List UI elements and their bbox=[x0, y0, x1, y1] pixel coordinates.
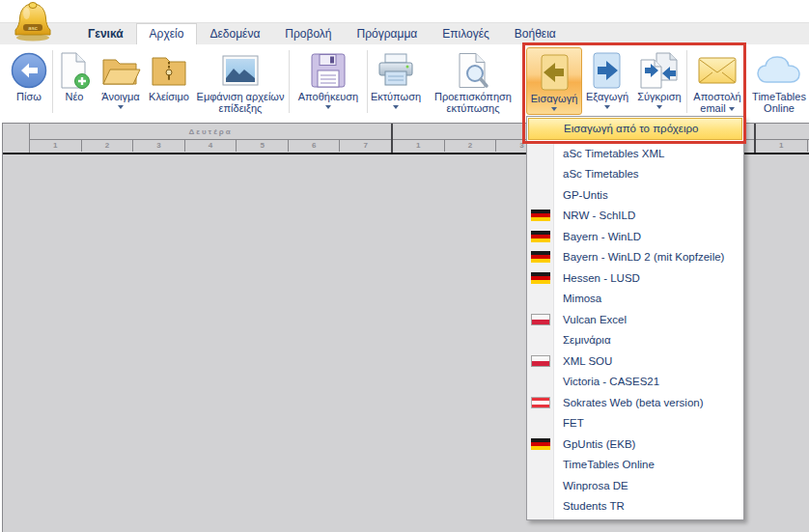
import-button[interactable]: Εισαγωγή bbox=[526, 47, 582, 115]
save-label: Αποθήκευση bbox=[298, 91, 358, 102]
menu-item[interactable]: Mimosa bbox=[527, 289, 743, 310]
new-button[interactable]: Νέο bbox=[53, 44, 96, 123]
export-arrow-icon bbox=[590, 50, 625, 91]
back-label: Πίσω bbox=[16, 91, 42, 102]
picture-icon bbox=[222, 50, 259, 91]
page-magnifier-icon bbox=[456, 50, 490, 91]
dropdown-arrow-icon bbox=[729, 107, 735, 111]
germany-flag-icon bbox=[531, 272, 550, 284]
import-menu: Εισαγωγή από το πρόχειρο aSc Timetables … bbox=[526, 116, 744, 520]
menu-item[interactable]: Bayern - WinLD bbox=[527, 226, 743, 247]
menu-item[interactable]: XML SOU bbox=[527, 350, 743, 372]
print-preview-label2: εκτύπωσης bbox=[447, 102, 500, 114]
period-header-cell: 2 bbox=[445, 140, 497, 152]
period-header-cell: 6 bbox=[289, 140, 341, 152]
import-menu-items: aSc Timetables XMLaSc TimetablesGP-Untis… bbox=[527, 143, 743, 517]
export-label: Εξαγωγή bbox=[586, 91, 628, 102]
menu-item[interactable]: aSc Timetables XML bbox=[527, 143, 743, 164]
dropdown-arrow-icon bbox=[656, 105, 662, 109]
tab-options[interactable]: Επιλογές bbox=[430, 23, 502, 44]
open-button[interactable]: Άνοιγμα bbox=[96, 44, 146, 123]
menu-item[interactable]: Sokrates Web (beta version) bbox=[527, 392, 743, 413]
back-button[interactable]: Πίσω bbox=[6, 44, 52, 123]
grid-corner-cell bbox=[3, 124, 30, 153]
menu-item[interactable]: Students TR bbox=[527, 496, 743, 518]
germany-flag-icon bbox=[531, 231, 550, 242]
day-label: Δευτέρα bbox=[30, 124, 391, 140]
germany-flag-icon bbox=[531, 438, 550, 450]
menu-item-label: aSc Timetables bbox=[527, 168, 639, 180]
back-icon bbox=[10, 50, 48, 91]
compare-button[interactable]: Σύγκριση bbox=[632, 44, 686, 123]
import-label: Εισαγωγή bbox=[531, 93, 578, 104]
print-button[interactable]: Εκτύπωση bbox=[368, 44, 424, 123]
menu-item-label: Σεμινάρια bbox=[527, 334, 611, 346]
show-demo-files-label: Εμφάνιση αρχείων bbox=[197, 91, 285, 102]
new-document-icon bbox=[57, 50, 92, 91]
menu-item[interactable]: GP-Untis bbox=[527, 184, 743, 206]
menu-item[interactable]: Hessen - LUSD bbox=[527, 267, 743, 289]
period-header-cell: 2 bbox=[82, 140, 134, 152]
dropdown-arrow-icon bbox=[393, 105, 399, 109]
menu-item-import-from-clipboard[interactable]: Εισαγωγή από το πρόχειρο bbox=[528, 118, 742, 140]
menu-item-label: TimeTables Online bbox=[527, 459, 655, 470]
dropdown-arrow-icon bbox=[118, 105, 124, 109]
menu-item-label: Bayern - WinLD 2 (mit Kopfzeile) bbox=[527, 251, 724, 263]
show-demo-files-button[interactable]: Εμφάνιση αρχείων επίδειξης bbox=[192, 44, 289, 123]
period-header-cell: 1 bbox=[30, 140, 82, 152]
dropdown-arrow-icon bbox=[325, 105, 331, 109]
poland-flag-icon bbox=[531, 314, 550, 325]
open-label: Άνοιγμα bbox=[101, 91, 139, 102]
austria-flag-icon bbox=[531, 397, 550, 408]
close-label: Κλείσιμο bbox=[149, 91, 189, 102]
tab-general[interactable]: Γενικά bbox=[75, 23, 136, 44]
timetables-online-button[interactable]: TimeTables Online bbox=[751, 44, 807, 123]
menu-item[interactable]: Σεμινάρια bbox=[527, 330, 743, 351]
menu-item-label: Students TR bbox=[527, 500, 625, 512]
save-button[interactable]: Αποθήκευση bbox=[290, 44, 367, 123]
period-header-cell: 1 bbox=[756, 140, 808, 152]
poland-flag-icon bbox=[531, 355, 550, 367]
app-logo-bell-icon[interactable]: asc bbox=[12, 1, 54, 45]
tab-view[interactable]: Προβολή bbox=[272, 23, 344, 44]
menu-item[interactable]: Bayern - WinLD 2 (mit Kopfzeile) bbox=[527, 247, 743, 268]
menu-item-label: Victoria - CASES21 bbox=[527, 376, 659, 387]
menu-item[interactable]: aSc Timetables bbox=[527, 164, 743, 185]
svg-text:asc: asc bbox=[28, 25, 37, 31]
new-label: Νέο bbox=[66, 91, 84, 102]
tab-file[interactable]: Αρχείο bbox=[136, 23, 198, 44]
print-preview-label: Προεπισκόπηση bbox=[434, 91, 512, 102]
print-preview-button[interactable]: Προεπισκόπηση εκτύπωσης bbox=[424, 44, 522, 123]
day-band-1: Δευτέρα1234567 bbox=[30, 124, 393, 153]
send-email-button[interactable]: Αποστολή email bbox=[687, 44, 747, 123]
menu-item[interactable]: Winprosa DE bbox=[527, 475, 743, 496]
menu-item[interactable]: Victoria - CASES21 bbox=[527, 372, 743, 393]
app-window: asc ΓενικάΑρχείοΔεδομέναΠροβολήΠρόγραμμα… bbox=[0, 0, 809, 532]
menu-item-label: Sokrates Web (beta version) bbox=[527, 397, 704, 408]
print-label: Εκτύπωση bbox=[371, 91, 421, 102]
export-button[interactable]: Εξαγωγή bbox=[582, 44, 632, 123]
menu-item[interactable]: FET bbox=[527, 413, 743, 434]
show-demo-files-label2: επίδειξης bbox=[219, 102, 263, 114]
close-button[interactable]: Κλείσιμο bbox=[146, 44, 192, 123]
menu-item-label: aSc Timetables XML bbox=[527, 148, 664, 159]
import-arrow-icon bbox=[537, 52, 572, 93]
menu-item-label: FET bbox=[527, 417, 584, 429]
germany-flag-icon bbox=[531, 210, 550, 221]
period-header-cell: 3 bbox=[133, 140, 185, 152]
send-email-label2: email bbox=[700, 102, 725, 114]
tab-schedule[interactable]: Πρόγραμμα bbox=[345, 23, 431, 44]
menu-item[interactable]: TimeTables Online bbox=[527, 455, 743, 476]
menu-item[interactable]: NRW - SchILD bbox=[527, 206, 743, 227]
menu-item[interactable]: GpUntis (EKB) bbox=[527, 434, 743, 455]
zip-folder-icon bbox=[150, 50, 188, 91]
dropdown-arrow-icon bbox=[604, 105, 610, 109]
tab-help[interactable]: Βοήθεια bbox=[502, 23, 569, 44]
tab-data[interactable]: Δεδομένα bbox=[197, 23, 272, 44]
period-header-cell: 4 bbox=[185, 140, 237, 152]
timetables-online-label: TimeTables bbox=[752, 91, 806, 102]
printer-icon bbox=[377, 50, 414, 91]
ribbon-toolbar: Πίσω Νέο Άνοιγμα bbox=[0, 44, 809, 123]
menu-item[interactable]: Vulcan Excel bbox=[527, 309, 743, 330]
period-header-cell: 5 bbox=[237, 140, 289, 152]
